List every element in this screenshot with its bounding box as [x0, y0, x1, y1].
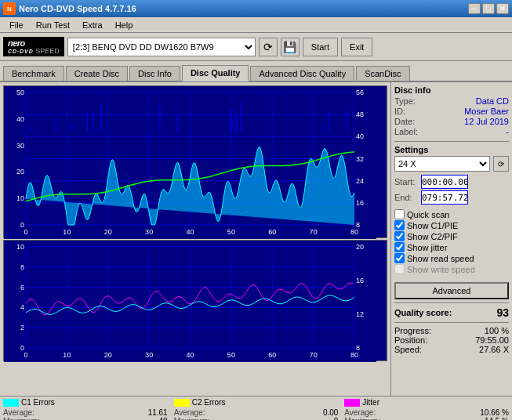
- show-jitter-row: Show jitter: [394, 242, 509, 252]
- tab-scandisc[interactable]: ScanDisc: [356, 66, 409, 81]
- speed-label: Speed:: [394, 345, 422, 354]
- tab-advanced-disc-quality[interactable]: Advanced Disc Quality: [250, 66, 354, 81]
- close-button[interactable]: ✕: [496, 3, 509, 14]
- c2-max: Maximum: 0: [174, 417, 339, 420]
- show-c2-label: Show C2/PIF: [407, 232, 458, 241]
- jitter-max: Maximum: 14.5 %: [344, 417, 509, 420]
- menubar: File Run Test Extra Help: [0, 17, 512, 33]
- advanced-button[interactable]: Advanced: [394, 282, 509, 299]
- disc-date-row: Date: 12 Jul 2019: [394, 117, 509, 126]
- tab-benchmark[interactable]: Benchmark: [3, 66, 64, 81]
- speed-row-prog: Speed: 27.66 X: [394, 345, 509, 354]
- c1-stats: C1 Errors Average: 11.61 Maximum: 40 Tot…: [3, 398, 168, 420]
- jitter-avg-val: 10.66 %: [480, 408, 509, 417]
- titlebar-buttons[interactable]: ─ □ ✕: [468, 3, 509, 14]
- menu-extra[interactable]: Extra: [76, 19, 109, 31]
- titlebar-left: N Nero CD-DVD Speed 4.7.7.16: [3, 2, 136, 15]
- jitter-color: [344, 399, 360, 407]
- show-write-speed-checkbox[interactable]: [394, 264, 405, 274]
- show-c2-row: Show C2/PIF: [394, 231, 509, 241]
- c2-color: [174, 399, 190, 407]
- tab-disc-quality[interactable]: Disc Quality: [182, 65, 249, 81]
- c1-legend: C1 Errors: [3, 398, 168, 407]
- speed-select[interactable]: 24 X: [394, 156, 490, 172]
- progress-label: Progress:: [394, 326, 431, 335]
- disc-date-label: Date:: [394, 117, 415, 126]
- disc-id-row: ID: Moser Baer: [394, 107, 509, 116]
- nero-logo: nero CD·DVD SPEED: [3, 37, 64, 57]
- start-label: Start:: [394, 177, 418, 186]
- tab-create-disc[interactable]: Create Disc: [66, 66, 128, 81]
- jitter-label: Jitter: [362, 398, 379, 407]
- position-row: Position: 79:55.00: [394, 335, 509, 345]
- c2-max-val: 0: [334, 417, 339, 420]
- quick-scan-label: Quick scan: [407, 210, 449, 219]
- right-panel: Disc info Type: Data CD ID: Moser Baer D…: [390, 82, 512, 396]
- save-icon[interactable]: 💾: [281, 38, 300, 56]
- c2-legend: C2 Errors: [174, 398, 339, 407]
- disc-info-title: Disc info: [394, 85, 509, 95]
- disc-type-label: Type:: [394, 96, 416, 106]
- show-read-speed-label: Show read speed: [407, 254, 474, 263]
- disc-type-value: Data CD: [476, 96, 509, 106]
- c1-label: C1 Errors: [21, 398, 55, 407]
- main-content: Disc info Type: Data CD ID: Moser Baer D…: [0, 82, 512, 396]
- quick-scan-checkbox[interactable]: [394, 209, 405, 219]
- tab-bar: Benchmark Create Disc Disc Info Disc Qua…: [0, 61, 512, 82]
- toolbar: nero CD·DVD SPEED [2:3] BENQ DVD DD DW16…: [0, 33, 512, 61]
- chart-top: [3, 85, 387, 238]
- end-input[interactable]: [421, 190, 468, 205]
- show-read-speed-checkbox[interactable]: [394, 253, 405, 263]
- quality-score-label: Quality score:: [394, 308, 452, 317]
- minimize-button[interactable]: ─: [468, 3, 481, 14]
- stats-footer: C1 Errors Average: 11.61 Maximum: 40 Tot…: [0, 396, 512, 420]
- show-c1-row: Show C1/PIE: [394, 220, 509, 230]
- menu-runtest[interactable]: Run Test: [30, 19, 76, 31]
- disc-id-value: Moser Baer: [464, 107, 509, 116]
- start-button[interactable]: Start: [303, 38, 338, 56]
- end-time-row: End:: [394, 190, 509, 205]
- settings-refresh-btn[interactable]: ⟳: [493, 156, 509, 172]
- progress-value: 100 %: [485, 326, 509, 335]
- disc-label-value: -: [506, 127, 509, 136]
- end-label: End:: [394, 193, 418, 202]
- restore-button[interactable]: □: [482, 3, 495, 14]
- jitter-stats: Jitter Average: 10.66 % Maximum: 14.5 %: [344, 398, 509, 420]
- jitter-avg: Average: 10.66 %: [344, 408, 509, 417]
- c2-avg-val: 0.00: [323, 408, 338, 417]
- quick-scan-row: Quick scan: [394, 209, 509, 219]
- position-label: Position:: [394, 335, 427, 345]
- c2-label: C2 Errors: [192, 398, 226, 407]
- refresh-icon[interactable]: ⟳: [259, 38, 278, 56]
- menu-file[interactable]: File: [3, 19, 30, 31]
- jitter-max-val: 14.5 %: [485, 417, 509, 420]
- app-icon: N: [3, 2, 16, 15]
- show-c1-label: Show C1/PIE: [407, 221, 458, 230]
- tab-disc-info[interactable]: Disc Info: [129, 66, 180, 81]
- quality-score-row: Quality score: 93: [394, 306, 509, 319]
- c1-avg-val: 11.61: [148, 408, 168, 417]
- show-c2-checkbox[interactable]: [394, 231, 405, 241]
- start-time-row: Start:: [394, 175, 509, 189]
- disc-date-value: 12 Jul 2019: [464, 117, 509, 126]
- show-c1-checkbox[interactable]: [394, 220, 405, 230]
- drive-select[interactable]: [2:3] BENQ DVD DD DW1620 B7W9: [67, 38, 256, 56]
- disc-id-label: ID:: [394, 107, 405, 116]
- show-write-speed-label: Show write speed: [407, 265, 475, 274]
- show-jitter-checkbox[interactable]: [394, 242, 405, 252]
- settings-section: Settings 24 X ⟳ Start: End:: [394, 145, 509, 205]
- progress-row: Progress: 100 %: [394, 326, 509, 335]
- menu-help[interactable]: Help: [109, 19, 140, 31]
- exit-button[interactable]: Exit: [341, 38, 372, 56]
- c1-avg: Average: 11.61: [3, 408, 168, 417]
- show-write-speed-row: Show write speed: [394, 264, 509, 274]
- jitter-legend: Jitter: [344, 398, 509, 407]
- app-title: Nero CD-DVD Speed 4.7.7.16: [19, 4, 136, 13]
- show-jitter-label: Show jitter: [407, 243, 447, 252]
- settings-title: Settings: [394, 145, 509, 154]
- c2-avg: Average: 0.00: [174, 408, 339, 417]
- start-input[interactable]: [421, 175, 468, 189]
- disc-label-row: Label: -: [394, 127, 509, 136]
- c2-stats: C2 Errors Average: 0.00 Maximum: 0 Total…: [174, 398, 339, 420]
- show-read-speed-row: Show read speed: [394, 253, 509, 263]
